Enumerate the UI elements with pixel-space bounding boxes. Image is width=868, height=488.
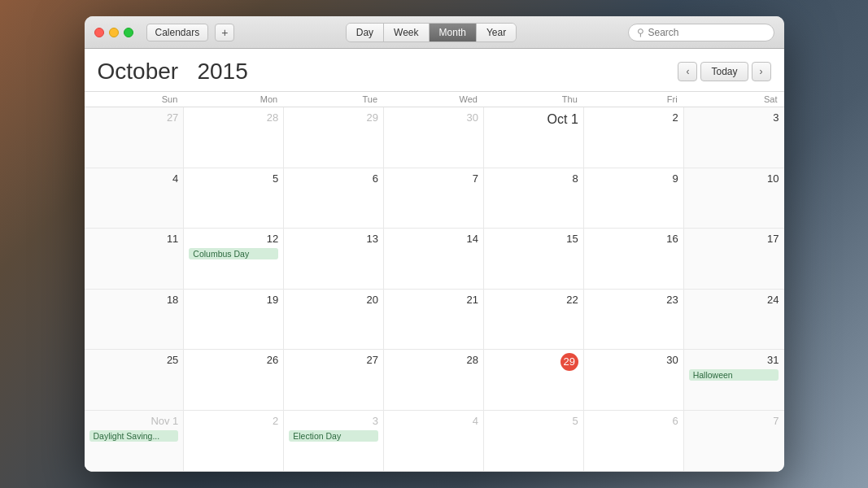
month-year-title: October 2015: [98, 59, 248, 85]
day-nov7[interactable]: 7: [684, 411, 784, 472]
day-oct8[interactable]: 8: [484, 168, 584, 229]
day-oct24[interactable]: 24: [684, 290, 784, 350]
day-oct31[interactable]: 31 Halloween: [684, 350, 784, 410]
search-box[interactable]: ⚲: [628, 24, 774, 41]
day-number: 26: [189, 353, 278, 368]
day-oct1[interactable]: Oct 1: [484, 107, 584, 168]
dow-tue: Tue: [284, 92, 384, 107]
columbus-day-event[interactable]: Columbus Day: [189, 248, 278, 259]
day-oct25[interactable]: 25: [85, 350, 185, 410]
day-oct23[interactable]: 23: [584, 290, 684, 350]
dow-sun: Sun: [85, 92, 185, 107]
view-day-button[interactable]: Day: [347, 24, 384, 41]
day-oct22[interactable]: 22: [484, 290, 584, 350]
titlebar: Calendars + Day Week Month Year ⚲: [85, 16, 784, 49]
add-calendar-button[interactable]: +: [215, 24, 234, 41]
day-number: 19: [189, 293, 278, 307]
close-button[interactable]: [94, 28, 104, 37]
day-oct28[interactable]: 28: [384, 350, 484, 410]
day-number: 4: [89, 172, 179, 186]
day-oct9[interactable]: 9: [584, 168, 684, 229]
week-1: 27 28 29 30 Oct 1 2 3: [85, 107, 784, 168]
next-month-button[interactable]: ›: [752, 62, 771, 81]
day-oct30[interactable]: 30: [584, 350, 684, 410]
week-2: 4 5 6 7 8 9 10: [85, 168, 784, 229]
day-number: 7: [689, 414, 779, 429]
day-oct26[interactable]: 26: [184, 350, 284, 410]
day-number: 28: [189, 111, 278, 125]
day-oct17[interactable]: 17: [684, 229, 784, 289]
day-number: 30: [389, 111, 478, 125]
calendar-area: October 2015 ‹ Today › Sun Mon Tue Wed T…: [85, 49, 784, 472]
halloween-event[interactable]: Halloween: [689, 369, 779, 381]
day-nov3[interactable]: 3 Election Day: [284, 411, 384, 472]
day-nov4[interactable]: 4: [384, 411, 484, 472]
day-oct16[interactable]: 16: [584, 229, 684, 289]
day-number: 5: [489, 414, 578, 429]
day-oct21[interactable]: 21: [384, 290, 484, 350]
day-number: 4: [389, 414, 478, 429]
day-oct14[interactable]: 14: [384, 229, 484, 289]
day-oct4[interactable]: 4: [85, 168, 185, 229]
day-number: 12: [189, 232, 278, 246]
day-oct15[interactable]: 15: [484, 229, 584, 289]
day-oct11[interactable]: 11: [85, 229, 185, 289]
dow-wed: Wed: [384, 92, 484, 107]
day-number: Nov 1: [89, 414, 179, 429]
day-number: 30: [589, 353, 678, 368]
maximize-button[interactable]: [124, 28, 133, 37]
day-number: 8: [489, 172, 578, 186]
day-oct18[interactable]: 18: [85, 290, 185, 350]
day-number: 6: [289, 172, 378, 186]
day-number: 3: [689, 111, 779, 125]
day-oct12[interactable]: 12 Columbus Day: [184, 229, 284, 289]
day-number: 6: [589, 414, 678, 429]
view-month-button[interactable]: Month: [430, 24, 477, 41]
today-button[interactable]: Today: [700, 62, 748, 81]
week-5: 25 26 27 28 29 30 31 Halloween: [85, 350, 784, 411]
election-day-event[interactable]: Election Day: [289, 430, 378, 442]
day-oct13[interactable]: 13: [284, 229, 384, 289]
dow-sat: Sat: [684, 92, 784, 107]
day-nov2[interactable]: 2: [184, 411, 284, 472]
day-number: 11: [89, 232, 179, 246]
day-sep28[interactable]: 28: [184, 107, 284, 168]
minimize-button[interactable]: [109, 28, 119, 37]
day-oct7[interactable]: 7: [384, 168, 484, 229]
day-number: Oct 1: [489, 111, 578, 129]
view-year-button[interactable]: Year: [477, 24, 516, 41]
day-number: 20: [289, 293, 378, 307]
day-number: 9: [589, 172, 678, 186]
day-oct6[interactable]: 6: [284, 168, 384, 229]
week-3: 11 12 Columbus Day 13 14 15 16 17: [85, 229, 784, 290]
day-oct20[interactable]: 20: [284, 290, 384, 350]
day-oct2[interactable]: 2: [584, 107, 684, 168]
daylight-saving-event[interactable]: Daylight Saving...: [89, 430, 179, 442]
day-nov6[interactable]: 6: [584, 411, 684, 472]
day-oct27[interactable]: 27: [284, 350, 384, 410]
day-number: 27: [89, 111, 179, 125]
day-number: 14: [389, 232, 478, 246]
day-number: 13: [289, 232, 378, 246]
calendar-grid: 27 28 29 30 Oct 1 2 3 4 5 6 7 8 9 10 11: [85, 107, 784, 472]
day-number: 2: [589, 111, 678, 125]
day-number: 17: [689, 232, 779, 246]
day-sep27[interactable]: 27: [85, 107, 185, 168]
day-number: 10: [689, 172, 779, 186]
prev-month-button[interactable]: ‹: [678, 62, 697, 81]
day-oct5[interactable]: 5: [184, 168, 284, 229]
calendars-button[interactable]: Calendars: [146, 24, 209, 41]
day-oct29[interactable]: 29: [484, 350, 584, 410]
view-week-button[interactable]: Week: [384, 24, 429, 41]
day-sep29[interactable]: 29: [284, 107, 384, 168]
search-input[interactable]: [648, 27, 765, 38]
day-oct19[interactable]: 19: [184, 290, 284, 350]
day-oct10[interactable]: 10: [684, 168, 784, 229]
day-nov1[interactable]: Nov 1 Daylight Saving...: [85, 411, 185, 472]
calendar-window: Calendars + Day Week Month Year ⚲ Octobe…: [85, 16, 784, 472]
day-oct3[interactable]: 3: [684, 107, 784, 168]
day-sep30[interactable]: 30: [384, 107, 484, 168]
day-number: 16: [589, 232, 678, 246]
day-nov5[interactable]: 5: [484, 411, 584, 472]
day-number: 5: [189, 172, 278, 186]
